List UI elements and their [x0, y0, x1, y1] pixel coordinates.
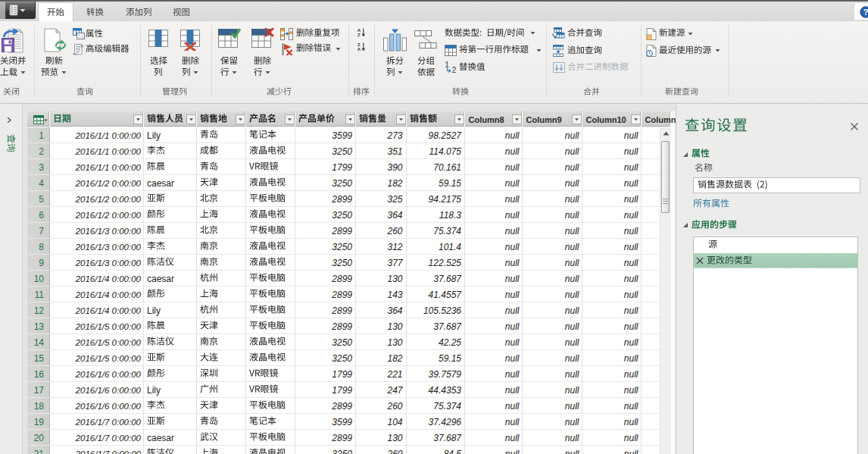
- svg-text:A: A: [358, 47, 361, 52]
- svg-text:2: 2: [452, 66, 457, 74]
- svg-text:Z: Z: [358, 33, 361, 37]
- svg-text:1: 1: [445, 61, 449, 69]
- svg-text:?: ?: [863, 8, 868, 17]
